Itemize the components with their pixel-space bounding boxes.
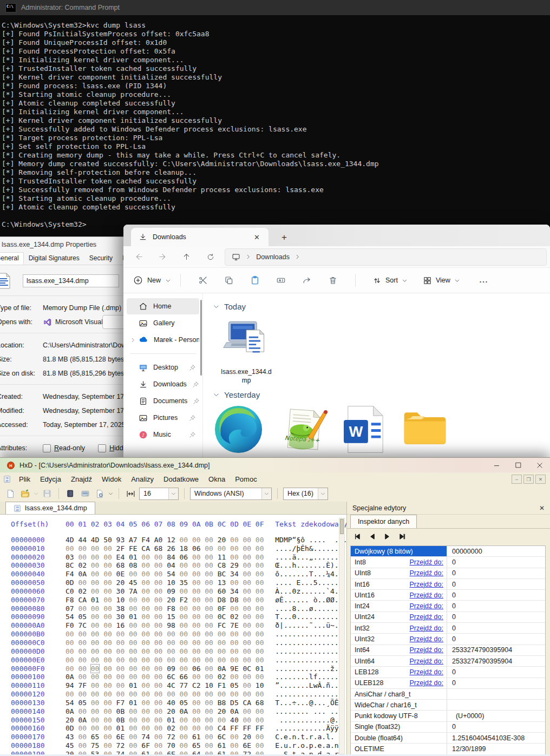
hex-row-00000020[interactable]: 0000002003000000E40100008406000011000000… (0, 553, 346, 562)
up-button[interactable] (175, 252, 199, 261)
bytes-per-row-select[interactable]: 16 (139, 488, 179, 500)
sidebar-item-pictures[interactable]: Pictures (127, 410, 199, 426)
inspector-row-int24[interactable]: Int24Przejdź do:0 (351, 601, 545, 612)
properties-tab-digital-signatures[interactable]: Digital Signatures (24, 252, 84, 265)
inspector-value[interactable]: 0 (447, 602, 456, 610)
sidebar-item-documents[interactable]: Documents (127, 393, 199, 409)
hex-row-00000170[interactable]: 00000170430065006E007400720061006C002000… (0, 733, 346, 741)
hex-row-00000030[interactable]: 000000308C0200006808000004000000C8290000… (0, 561, 346, 570)
chevron-right-icon[interactable] (130, 337, 136, 343)
inspector-value[interactable]: 1.2516040454103E-308 (447, 734, 525, 742)
goto-link[interactable]: Przejdź do: (409, 591, 447, 599)
menu-widok[interactable]: Widok (97, 474, 126, 485)
cmd-titlebar[interactable]: C:\ Administrator: Command Prompt (0, 0, 550, 15)
sidebar-item-downloads[interactable]: Downloads (127, 376, 199, 392)
hex-row-000000F0[interactable]: 000000F00000000000000000090006000A9E0C01… (0, 665, 346, 673)
properties-tab-general[interactable]: General (0, 252, 24, 265)
inspector-value[interactable]: 0 (447, 635, 456, 643)
hex-row-00000070[interactable]: 00000070F8CA01001000000020F20000D8D80000… (0, 596, 346, 604)
hex-row-00000150[interactable]: 00000150200A00000B0000000100000000400000… (0, 716, 346, 725)
file-edge[interactable] (213, 404, 264, 455)
goto-link[interactable]: Przejdź do: (409, 658, 447, 665)
mdi-close-icon[interactable]: ✕ (535, 475, 546, 484)
disk-image-button[interactable] (79, 489, 91, 498)
hex-scrollbar[interactable] (339, 518, 345, 754)
inspector-value[interactable]: 2533274790395904 (447, 646, 512, 654)
hex-row-000000B0[interactable]: 000000B000000000000000000000000000000000… (0, 630, 346, 639)
inspector-row-uint64[interactable]: UInt64Przejdź do:2533274790395904 (351, 656, 545, 667)
last-record-icon[interactable] (399, 533, 406, 540)
number-base-select[interactable]: Hex (16) (283, 488, 328, 500)
dropdown-arrow-icon[interactable] (34, 491, 38, 496)
doc-tab[interactable]: FBA0 lsass.exe_1344.dmp (5, 502, 95, 514)
hex-row-00000180[interactable]: 000001804500750072006F007000650061006E00… (0, 741, 346, 750)
mdi-minimize-icon[interactable]: – (512, 475, 522, 484)
file-notepadpp[interactable]: Notepad++ (278, 404, 330, 455)
goto-link[interactable]: Przejdź do: (409, 646, 447, 654)
inspector-value[interactable]: 0 (447, 668, 456, 676)
inspector-row-uint24[interactable]: UInt24Przejdź do:0 (351, 612, 545, 623)
new-button[interactable]: New (133, 275, 171, 285)
inspector-row-double-float64-[interactable]: Double (float64)1.2516040454103E-308 (351, 733, 545, 744)
goto-link[interactable]: Przejdź do: (409, 581, 447, 588)
inspector-row-int8[interactable]: Int8Przejdź do:0 (351, 557, 545, 568)
new-tab-button[interactable]: + (277, 232, 291, 246)
panel-close-icon[interactable]: ✕ (539, 504, 545, 512)
new-file-button[interactable] (4, 489, 16, 498)
menu-pomoc[interactable]: Pomoc (230, 474, 261, 485)
inspector-row-uint8[interactable]: UInt8Przejdź do:0 (351, 568, 545, 579)
hxd-titlebar[interactable]: H HxD - [C:\Users\Administrator\Download… (0, 458, 550, 472)
hex-row-00000080[interactable]: 000000800700000038000000F80000000F000000… (0, 604, 346, 613)
dropdown-arrow-icon[interactable] (108, 491, 113, 496)
inspector-row-punkt-kodowy-utf-8[interactable]: Punkt kodowy UTF-8 (U+0000) (351, 711, 545, 721)
hex-row-000000E0[interactable]: 000000E000000000000000000000000000000000… (0, 656, 346, 665)
hex-row-00000100[interactable]: 000001000A000000000000006C66000002000000… (0, 673, 346, 681)
inspector-value[interactable]: 2533274790395904 (447, 658, 512, 665)
inspector-row-dw-jkowy-8-bit-w-[interactable]: Dwójkowy (8 bitów)00000000 (351, 546, 545, 557)
readonly-checkbox[interactable]: Read-only (43, 444, 85, 452)
hex-row-00000050[interactable]: 000000500D000000204500001035000013000000… (0, 578, 346, 587)
close-icon[interactable] (536, 462, 544, 469)
address-bar[interactable]: Downloads (225, 248, 547, 266)
hex-row-00000040[interactable]: 00000040F40A00000E00000054000000BC340000… (0, 570, 346, 578)
inspector-value[interactable]: 0 (447, 569, 456, 577)
tab-data-inspector[interactable]: Inspektor danych (350, 515, 417, 528)
hex-row-000000C0[interactable]: 000000C000000000000000000000000000000000… (0, 639, 346, 647)
share-button[interactable] (294, 275, 320, 285)
file-word[interactable]: W (344, 404, 386, 455)
breadcrumb[interactable]: Downloads (256, 253, 290, 261)
hex-row-00000160[interactable]: 000001600D0000000100000002000000C4FFFFFF… (0, 724, 346, 733)
filename-field[interactable]: lsass.exe_1344.dmp (23, 274, 119, 287)
inspector-value[interactable]: 0 (447, 613, 456, 621)
hex-editor[interactable]: Offset(h)000102030405060708090A0B0C0D0E0… (0, 515, 346, 756)
inspector-row-leb128[interactable]: LEB128Przejdź do:0 (351, 667, 545, 678)
inspector-row-int16[interactable]: Int16Przejdź do:0 (351, 579, 545, 590)
group-header-yesterday[interactable]: Yesterday (213, 390, 550, 399)
maximize-icon[interactable] (515, 462, 522, 469)
rename-button[interactable] (268, 275, 294, 285)
terminal-output[interactable]: C:\Windows\System32>kvc dump lsass[+] Fo… (0, 15, 550, 229)
menu-znajd-[interactable]: Znajdź (66, 474, 97, 485)
inspector-row-uint16[interactable]: UInt16Przejdź do:0 (351, 590, 545, 601)
copy-button[interactable] (216, 275, 242, 285)
hex-row-00000000[interactable]: 000000004D444D5093A7F4A01200000020000000… (0, 536, 346, 544)
minimize-icon[interactable] (493, 462, 501, 469)
first-record-icon[interactable] (353, 533, 361, 540)
tab-close-icon[interactable]: ✕ (251, 233, 263, 241)
save-button[interactable] (41, 489, 53, 498)
inspector-value[interactable]: (U+0000) (447, 712, 484, 720)
sidebar-item-gallery[interactable]: Gallery (127, 315, 199, 331)
hex-row-00000060[interactable]: 00000060C0020000307A00000900000060340000… (0, 587, 346, 596)
inspector-value[interactable]: 12/30/1899 (447, 745, 486, 753)
view-button[interactable]: View (423, 276, 460, 285)
menu-analizy[interactable]: Analizy (126, 474, 159, 485)
goto-link[interactable]: Przejdź do: (409, 569, 447, 577)
group-header-today[interactable]: Today (213, 302, 550, 311)
inspector-row-int32[interactable]: Int32Przejdź do:0 (351, 623, 545, 634)
file-folder[interactable] (400, 404, 450, 455)
inspector-value[interactable]: 0 (447, 591, 456, 599)
more-options-button[interactable]: ... (480, 277, 488, 284)
sidebar-item-home[interactable]: Home (127, 298, 199, 314)
sidebar-scrollbar[interactable] (200, 300, 202, 376)
inspector-row-ansichar-char8-t[interactable]: AnsiChar / char8_t (351, 689, 545, 700)
